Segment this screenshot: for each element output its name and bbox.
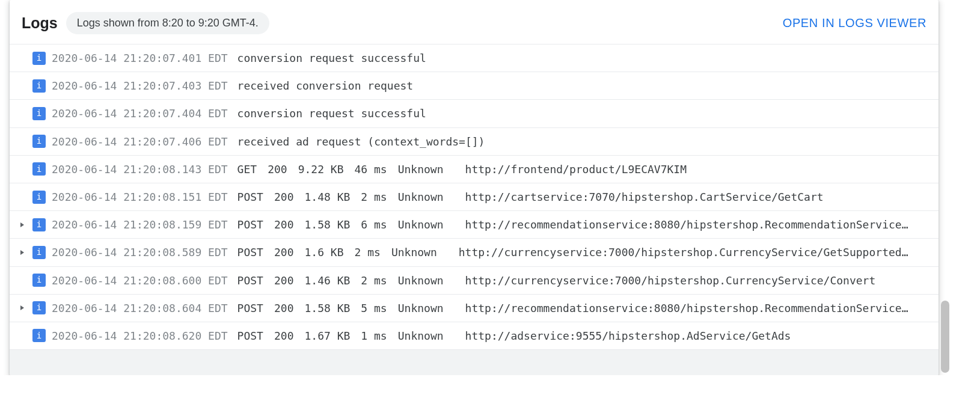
log-row[interactable]: i2020-06-14 21:20:08.143 EDTGET2009.22 K…: [10, 156, 939, 183]
log-field: Unknown: [391, 246, 437, 259]
expand-toggle-icon[interactable]: [18, 305, 26, 311]
log-row[interactable]: i2020-06-14 21:20:08.604 EDTPOST2001.58 …: [10, 295, 939, 322]
log-message: POST2001.6 KB2 msUnknownhttp://currencys…: [237, 245, 908, 260]
log-field: http://cartservice:7070/hipstershop.Cart…: [465, 191, 824, 203]
log-row[interactable]: i2020-06-14 21:20:08.620 EDTPOST2001.67 …: [10, 322, 939, 350]
log-message: received conversion request: [237, 78, 414, 93]
logs-panel: Logs Logs shown from 8:20 to 9:20 GMT-4.…: [10, 0, 939, 375]
log-timestamp: 2020-06-14 21:20:08.143 EDT: [52, 162, 228, 177]
log-field: Unknown: [398, 191, 444, 203]
log-field: 200: [274, 274, 294, 287]
log-timestamp: 2020-06-14 21:20:08.151 EDT: [52, 189, 228, 204]
log-timestamp: 2020-06-14 21:20:07.404 EDT: [52, 106, 228, 121]
log-field: Unknown: [398, 274, 444, 287]
log-field: 200: [268, 163, 287, 176]
log-field: GET: [237, 163, 257, 176]
log-field: 1.58 KB: [304, 302, 350, 314]
log-row[interactable]: i2020-06-14 21:20:07.406 EDTreceived ad …: [10, 128, 939, 156]
log-field: 2 ms: [361, 191, 387, 203]
info-severity-icon: i: [32, 107, 46, 120]
info-severity-icon: i: [32, 52, 46, 65]
log-row[interactable]: i2020-06-14 21:20:08.151 EDTPOST2001.48 …: [10, 183, 939, 211]
log-field: http://frontend/product/L9ECAV7KIM: [465, 163, 687, 176]
log-field: http://currencyservice:7000/hipstershop.…: [459, 246, 908, 259]
log-field: Unknown: [398, 302, 444, 314]
log-field: conversion request successful: [237, 107, 426, 120]
log-message: POST2001.48 KB2 msUnknownhttp://cartserv…: [237, 189, 824, 204]
log-message: POST2001.58 KB5 msUnknownhttp://recommen…: [237, 301, 908, 316]
log-timestamp: 2020-06-14 21:20:08.159 EDT: [52, 217, 228, 232]
log-field: 1.48 KB: [304, 191, 350, 203]
log-field: Unknown: [398, 218, 444, 231]
log-timestamp: 2020-06-14 21:20:08.604 EDT: [52, 301, 228, 316]
log-message: POST2001.58 KB6 msUnknownhttp://recommen…: [237, 217, 908, 232]
info-severity-icon: i: [32, 191, 46, 204]
log-field: POST: [237, 246, 263, 259]
logs-title: Logs: [22, 14, 58, 32]
log-field: 200: [274, 246, 294, 259]
expand-toggle-icon[interactable]: [18, 250, 26, 256]
log-row[interactable]: i2020-06-14 21:20:07.404 EDTconversion r…: [10, 100, 939, 127]
log-field: 5 ms: [361, 302, 387, 314]
log-timestamp: 2020-06-14 21:20:07.403 EDT: [52, 78, 228, 93]
log-field: POST: [237, 218, 263, 231]
log-field: POST: [237, 302, 263, 314]
log-field: 1.46 KB: [304, 274, 350, 287]
log-field: http://adservice:9555/hipstershop.AdServ…: [465, 329, 791, 342]
info-severity-icon: i: [32, 301, 46, 314]
log-field: 1.67 KB: [304, 329, 350, 342]
log-field: received ad request (context_words=[]): [237, 135, 485, 148]
log-field: 1.58 KB: [304, 218, 350, 231]
log-field: 200: [274, 302, 294, 314]
log-message: POST2001.46 KB2 msUnknownhttp://currency…: [237, 273, 876, 288]
log-field: POST: [237, 274, 263, 287]
log-message: received ad request (context_words=[]): [237, 134, 485, 149]
log-field: Unknown: [398, 329, 444, 342]
scrollbar-thumb[interactable]: [941, 301, 949, 373]
log-message: POST2001.67 KB1 msUnknownhttp://adservic…: [237, 328, 791, 343]
logs-footer-spacer: [10, 350, 939, 375]
log-timestamp: 2020-06-14 21:20:08.620 EDT: [52, 328, 228, 343]
log-timestamp: 2020-06-14 21:20:08.589 EDT: [52, 245, 228, 260]
log-field: conversion request successful: [237, 52, 426, 64]
log-message: conversion request successful: [237, 106, 426, 121]
open-logs-viewer-link[interactable]: OPEN IN LOGS VIEWER: [783, 16, 926, 30]
log-field: http://currencyservice:7000/hipstershop.…: [465, 274, 876, 287]
expand-toggle-icon[interactable]: [18, 222, 26, 228]
log-timestamp: 2020-06-14 21:20:08.600 EDT: [52, 273, 228, 288]
log-field: http://recommendationservice:8080/hipste…: [465, 302, 908, 314]
log-field: 200: [274, 329, 294, 342]
log-field: 9.22 KB: [298, 163, 344, 176]
log-row[interactable]: i2020-06-14 21:20:08.589 EDTPOST2001.6 K…: [10, 239, 939, 266]
log-timestamp: 2020-06-14 21:20:07.406 EDT: [52, 134, 228, 149]
info-severity-icon: i: [32, 218, 46, 231]
log-list: i2020-06-14 21:20:07.401 EDTconversion r…: [10, 44, 939, 350]
logs-header: Logs Logs shown from 8:20 to 9:20 GMT-4.…: [10, 0, 939, 44]
log-field: 6 ms: [361, 218, 387, 231]
log-field: 2 ms: [361, 274, 387, 287]
info-severity-icon: i: [32, 329, 46, 342]
log-field: POST: [237, 329, 263, 342]
log-field: 200: [274, 218, 294, 231]
log-row[interactable]: i2020-06-14 21:20:08.159 EDTPOST2001.58 …: [10, 211, 939, 239]
log-row[interactable]: i2020-06-14 21:20:08.600 EDTPOST2001.46 …: [10, 267, 939, 295]
log-field: POST: [237, 191, 263, 203]
log-timestamp: 2020-06-14 21:20:07.401 EDT: [52, 51, 228, 66]
log-field: 1 ms: [361, 329, 387, 342]
info-severity-icon: i: [32, 135, 46, 148]
info-severity-icon: i: [32, 246, 46, 259]
info-severity-icon: i: [32, 162, 46, 176]
log-field: received conversion request: [237, 79, 414, 92]
log-message: GET2009.22 KB46 msUnknownhttp://frontend…: [237, 162, 687, 177]
log-row[interactable]: i2020-06-14 21:20:07.401 EDTconversion r…: [10, 44, 939, 72]
log-field: 200: [274, 191, 294, 203]
log-field: Unknown: [398, 163, 444, 176]
log-message: conversion request successful: [237, 51, 426, 66]
time-range-chip[interactable]: Logs shown from 8:20 to 9:20 GMT-4.: [66, 12, 269, 34]
log-field: http://recommendationservice:8080/hipste…: [465, 218, 908, 231]
info-severity-icon: i: [32, 274, 46, 287]
log-field: 46 ms: [355, 163, 387, 176]
info-severity-icon: i: [32, 79, 46, 93]
log-field: 2 ms: [355, 246, 381, 259]
log-row[interactable]: i2020-06-14 21:20:07.403 EDTreceived con…: [10, 72, 939, 100]
